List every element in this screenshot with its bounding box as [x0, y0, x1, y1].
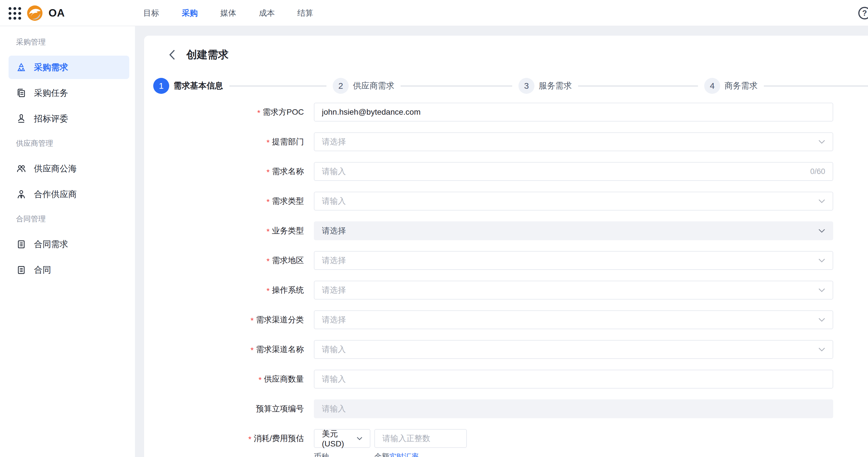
chevron-down-icon [818, 199, 825, 203]
page-title: 创建需求 [186, 47, 228, 62]
poc-input[interactable] [322, 103, 825, 121]
step-connector [229, 86, 327, 87]
required-mark: * [267, 252, 270, 271]
chevron-down-icon [818, 318, 825, 322]
region-select[interactable]: 请选择 [314, 251, 833, 270]
sidebar-item-label: 采购需求 [34, 62, 68, 73]
form-row-business-type: *业务类型 请选择 [144, 221, 868, 240]
currency-helper-label: 币种 [314, 452, 374, 457]
form-row-type: *需求类型 请输入 [144, 192, 868, 210]
budget-helpers: 币种 金额实时汇率 [314, 452, 833, 457]
realtime-rate-link[interactable]: 实时汇率 [389, 452, 419, 457]
channel-category-select[interactable]: 请选择 [314, 311, 833, 329]
chevron-down-icon [818, 258, 825, 262]
contract-list-icon [16, 239, 27, 250]
app-grid-icon[interactable] [8, 6, 21, 20]
budget-code-input-box: 请输入 [314, 399, 833, 418]
sidebar-item-contract-requirements[interactable]: 合同需求 [8, 232, 129, 256]
chevron-down-icon [818, 140, 825, 144]
select-placeholder: 请输入 [322, 344, 814, 355]
primary-nav: 目标 采购 媒体 成本 结算 [143, 0, 313, 26]
char-counter: 0/60 [810, 167, 825, 176]
step-label: 服务需求 [539, 80, 572, 92]
business-type-select[interactable]: 请选择 [314, 221, 833, 240]
input-placeholder: 请输入 [322, 403, 825, 414]
field-label: 需求渠道分类 [256, 311, 304, 329]
back-button[interactable] [167, 49, 177, 61]
amount-input[interactable] [382, 430, 485, 447]
required-mark: * [267, 282, 270, 300]
sidebar-item-partner-suppliers[interactable]: 合作供应商 [8, 183, 129, 206]
chevron-down-icon [818, 288, 825, 292]
nav-item-goals[interactable]: 目标 [143, 8, 159, 19]
step-connector [578, 86, 698, 87]
step-number: 2 [333, 78, 349, 94]
required-mark: * [248, 430, 251, 449]
create-requirement-form: *需求方POC *提需部门 请选择 *需求名称 0/60 *需求类型 请输入 [144, 103, 868, 457]
sidebar-section-procurement: 采购管理 [16, 37, 135, 47]
required-mark: * [267, 222, 270, 241]
name-input-box: 0/60 [314, 162, 833, 181]
field-label: 需求渠道名称 [256, 340, 304, 359]
currency-value: 美元(USD) [322, 428, 352, 449]
brand-logo-icon[interactable] [27, 5, 43, 21]
step-label: 商务需求 [724, 80, 757, 92]
poc-input-box [314, 103, 833, 122]
step-service-requirements[interactable]: 3 服务需求 [519, 78, 572, 94]
sidebar-item-label: 供应商公海 [34, 163, 77, 174]
field-label: 提需部门 [272, 132, 304, 151]
form-row-poc: *需求方POC [144, 103, 868, 122]
hierarchy-triangle-icon [16, 62, 27, 73]
type-select[interactable]: 请输入 [314, 192, 833, 210]
chevron-left-icon [168, 50, 176, 60]
documents-copy-icon [16, 88, 27, 98]
sidebar-item-procurement-tasks[interactable]: 采购任务 [8, 81, 129, 105]
field-label: 供应商数量 [264, 370, 304, 389]
topbar: OA 目标 采购 媒体 成本 结算 ? [0, 0, 868, 26]
channel-name-select[interactable]: 请输入 [314, 340, 833, 359]
form-row-supplier-count: *供应商数量 [144, 370, 868, 389]
chevron-down-icon [818, 348, 825, 352]
brand-text: OA [49, 7, 65, 19]
step-label: 需求基本信息 [174, 80, 223, 92]
nav-item-procurement[interactable]: 采购 [182, 8, 198, 19]
sidebar: 采购管理 采购需求 采购任务 招标评委 供应商管理 供应商公海 合作供应商 合同 [0, 26, 135, 457]
form-row-channel-name: *需求渠道名称 请输入 [144, 340, 868, 359]
step-supplier-requirements[interactable]: 2 供应商需求 [333, 78, 394, 94]
step-business-requirements[interactable]: 4 商务需求 [704, 78, 757, 94]
form-row-os: *操作系统 请选择 [144, 281, 868, 299]
nav-item-media[interactable]: 媒体 [220, 8, 236, 19]
step-basic-info[interactable]: 1 需求基本信息 [153, 78, 223, 94]
sidebar-item-supplier-pool[interactable]: 供应商公海 [8, 157, 129, 180]
help-icon[interactable]: ? [858, 7, 868, 20]
department-select[interactable]: 请选择 [314, 132, 833, 151]
chevron-down-icon [818, 229, 825, 233]
step-connector [401, 86, 512, 87]
required-mark: * [267, 133, 270, 152]
form-row-name: *需求名称 0/60 [144, 162, 868, 181]
field-label: 需求地区 [272, 251, 304, 270]
sidebar-item-bid-judges[interactable]: 招标评委 [8, 107, 129, 130]
page-header: 创建需求 [167, 47, 868, 62]
currency-select[interactable]: 美元(USD) [314, 429, 370, 448]
select-placeholder: 请选择 [322, 136, 814, 147]
field-label: 操作系统 [272, 281, 304, 299]
name-input[interactable] [322, 163, 806, 180]
select-placeholder: 请选择 [322, 225, 814, 236]
sidebar-item-procurement-requirements[interactable]: 采购需求 [8, 56, 129, 79]
sidebar-item-label: 合作供应商 [34, 189, 77, 200]
nav-item-cost[interactable]: 成本 [259, 8, 275, 19]
step-label: 供应商需求 [353, 80, 394, 92]
sidebar-item-contracts[interactable]: 合同 [8, 258, 129, 282]
nav-item-settlement[interactable]: 结算 [297, 8, 313, 19]
stepper: 1 需求基本信息 2 供应商需求 3 服务需求 4 商务需求 [153, 78, 868, 94]
required-mark: * [251, 311, 254, 330]
os-select[interactable]: 请选择 [314, 281, 833, 299]
required-mark: * [258, 370, 262, 389]
stamp-icon [16, 113, 27, 124]
sidebar-item-label: 合同需求 [34, 238, 68, 250]
required-mark: * [267, 193, 270, 211]
form-row-department: *提需部门 请选择 [144, 132, 868, 151]
form-row-budget-estimate: *消耗/费用预估 美元(USD) 币种 金额实时汇率 [144, 429, 868, 457]
supplier-count-input[interactable] [322, 370, 825, 388]
